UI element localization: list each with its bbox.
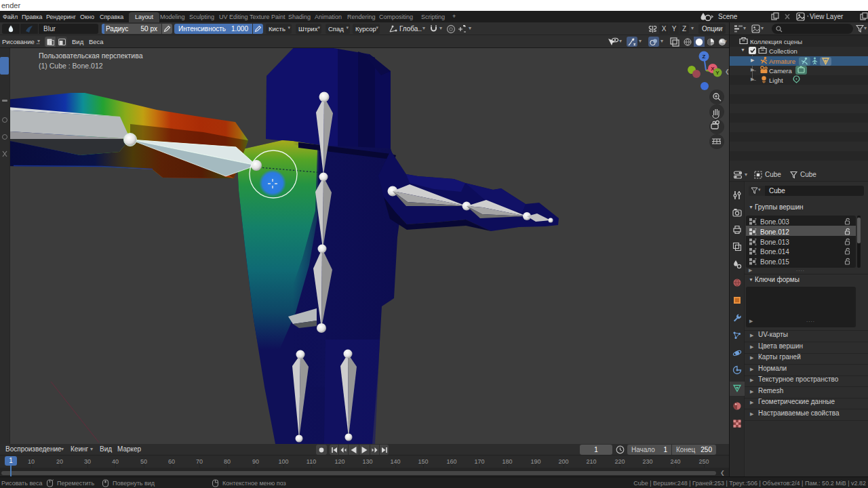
svg-text:Y: Y xyxy=(715,70,719,76)
svg-text:Z: Z xyxy=(703,54,706,60)
